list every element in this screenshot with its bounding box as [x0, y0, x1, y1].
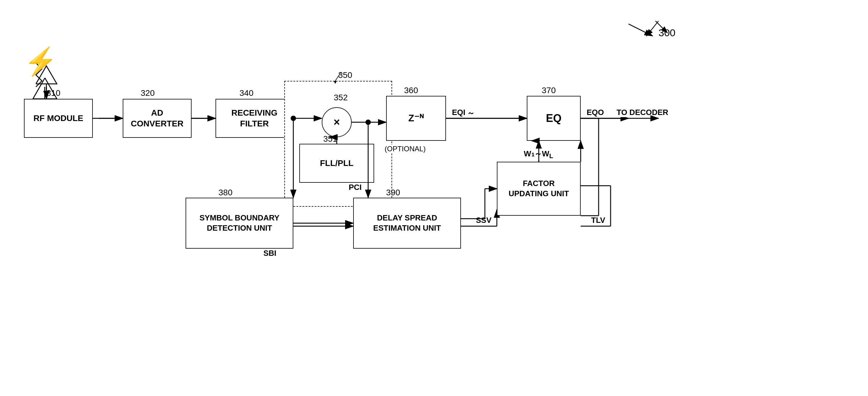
diagram-container: ⚡ RF MODULE 310 ADCONVERTER 320 RECEIVIN…	[0, 0, 868, 396]
symbol-boundary-label: SYMBOL BOUNDARYDETECTION UNIT	[199, 213, 279, 233]
receiving-filter-label: RECEIVINGFILTER	[231, 108, 277, 130]
symbol-boundary-block: SYMBOL BOUNDARYDETECTION UNIT	[186, 198, 293, 249]
ad-converter-block: ADCONVERTER	[123, 99, 191, 138]
tlv-label: TLV	[591, 216, 605, 225]
ref300-arrow-svg	[628, 18, 674, 42]
delay-spread-label: DELAY SPREADESTIMATION UNIT	[373, 213, 441, 233]
pci-label: PCI	[349, 183, 362, 192]
receiving-filter-ref: 340	[240, 88, 253, 98]
ad-converter-label: ADCONVERTER	[131, 108, 184, 130]
multiplier-circle: ×	[322, 107, 352, 137]
eq-block: EQ	[527, 96, 581, 141]
delay-spread-ref: 390	[386, 188, 400, 197]
rf-module-block: RF MODULE	[24, 99, 93, 138]
receiving-filter-block: RECEIVINGFILTER	[216, 99, 293, 138]
eqi-tilde: ～	[467, 108, 475, 118]
delay-spread-block: DELAY SPREADESTIMATION UNIT	[353, 198, 461, 249]
w1-wl-label: W₁～WL	[524, 148, 553, 160]
svg-line-28	[335, 72, 341, 81]
eq-label: EQ	[546, 111, 561, 125]
svg-line-29	[647, 21, 658, 36]
eqo-label: EQO	[587, 108, 604, 117]
fll-pll-label: FLL/PLL	[320, 158, 353, 169]
ad-converter-ref: 320	[141, 88, 155, 98]
fll-pll-ref: 351	[323, 134, 337, 144]
zn-block: Z⁻ᴺ	[386, 96, 446, 141]
to-decoder-label: TO DECODER	[617, 108, 669, 117]
rf-module-ref: 310	[46, 88, 60, 98]
zn-ref: 360	[404, 86, 418, 95]
optional-label: (OPTIONAL)	[384, 145, 426, 153]
ref350-arrow-svg	[317, 69, 347, 84]
zn-label: Z⁻ᴺ	[408, 112, 424, 124]
rf-module-label: RF MODULE	[33, 113, 83, 124]
symbol-boundary-ref: 380	[218, 188, 232, 197]
factor-updating-label: FACTORUPDATING UNIT	[508, 178, 569, 199]
ssv-label: SSV	[476, 216, 492, 225]
antenna-symbol: ⚡	[24, 48, 58, 75]
eq-ref: 370	[542, 86, 556, 95]
factor-updating-block: FACTORUPDATING UNIT	[497, 162, 581, 216]
sbi-label: SBI	[264, 249, 276, 258]
fll-pll-block: FLL/PLL	[299, 144, 374, 183]
eqi-label: EQI	[452, 108, 465, 117]
mult-symbol: ×	[334, 116, 340, 129]
mult-ref: 352	[334, 93, 348, 103]
